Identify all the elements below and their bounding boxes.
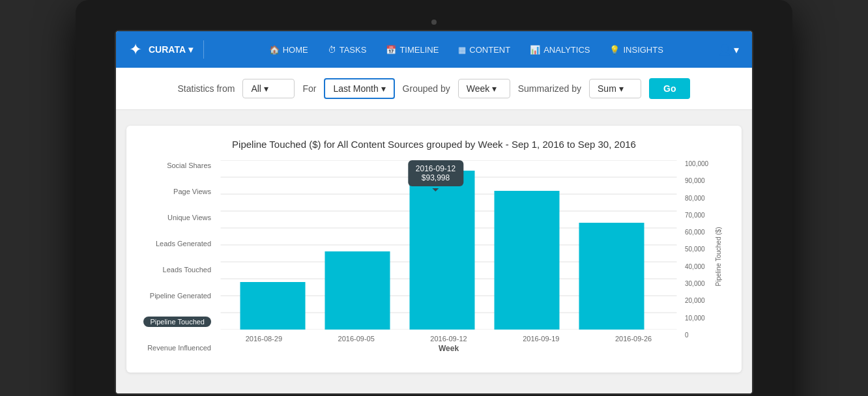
content-icon: ▦ (458, 45, 466, 55)
y-label-page-views[interactable]: Page Views (173, 186, 211, 197)
grouped-label: Grouped by (403, 83, 450, 94)
right-axis-80k: 80,000 (685, 195, 716, 202)
analytics-icon: 📊 (530, 45, 540, 55)
right-axis-title: Pipeline Touched ($) (715, 227, 722, 287)
nav-analytics[interactable]: 📊 ANALYTICS (530, 45, 590, 55)
filter-bar: Statistics from All ▾ For Last Month ▾ G… (116, 68, 752, 110)
right-axis-90k: 90,000 (685, 177, 716, 184)
nav-insights[interactable]: 💡 INSIGHTS (609, 45, 663, 55)
bar-2[interactable] (325, 251, 390, 330)
chart-svg (218, 160, 680, 330)
y-label-leads-generated[interactable]: Leads Generated (156, 238, 211, 249)
right-axis-50k: 50,000 (685, 246, 716, 253)
brand-logo[interactable]: ✦ CURATA ▾ (129, 40, 204, 59)
user-icon: 👤 ▾ (718, 44, 739, 55)
right-axis-0: 0 (685, 332, 716, 339)
y-label-leads-touched[interactable]: Leads Touched (163, 264, 211, 275)
chart-container: Pipeline Touched ($) for All Content Sou… (126, 126, 742, 373)
bar-1[interactable] (240, 282, 306, 330)
right-axis-40k: 40,000 (685, 263, 716, 270)
summarized-select[interactable]: Sum ▾ (589, 79, 641, 98)
stats-from-select[interactable]: All ▾ (242, 79, 295, 98)
x-axis-title: Week (439, 344, 459, 353)
x-label-2: 2016-09-05 (338, 335, 375, 343)
y-label-social-shares[interactable]: Social Shares (167, 160, 211, 171)
camera-dot (431, 20, 437, 25)
navbar: ✦ CURATA ▾ 🏠 HOME ⏱ TASKS 📅 TIMELINE (116, 31, 752, 68)
nav-home[interactable]: 🏠 HOME (269, 45, 308, 55)
for-label: For (302, 83, 316, 94)
timeline-icon: 📅 (386, 45, 396, 55)
for-select[interactable]: Last Month ▾ (324, 78, 394, 99)
tasks-icon: ⏱ (328, 45, 336, 55)
insights-icon: 💡 (609, 45, 620, 55)
home-icon: 🏠 (269, 45, 280, 55)
x-label-1: 2016-08-29 (246, 335, 282, 343)
x-label-3: 2016-09-12 (430, 335, 467, 343)
nav-tasks[interactable]: ⏱ TASKS (328, 45, 367, 55)
bar-3[interactable] (410, 171, 475, 330)
chart-title: Pipeline Touched ($) for All Content Sou… (139, 139, 729, 150)
right-axis-60k: 60,000 (685, 229, 716, 236)
stats-from-label: Statistics from (178, 83, 235, 94)
y-label-pipeline-touched[interactable]: Pipeline Touched (143, 317, 211, 327)
right-axis-10k: 10,000 (685, 315, 716, 322)
summarized-label: Summarized by (518, 83, 581, 94)
go-button[interactable]: Go (649, 78, 690, 99)
star-icon: ✦ (129, 40, 142, 59)
nav-items: 🏠 HOME ⏱ TASKS 📅 TIMELINE ▦ CONTENT 📊 (214, 45, 718, 55)
y-label-revenue-influenced[interactable]: Revenue Influenced (147, 343, 211, 353)
y-label-unique-views[interactable]: Unique Views (167, 212, 211, 223)
x-label-4: 2016-09-19 (523, 335, 559, 343)
right-axis-20k: 20,000 (685, 297, 716, 304)
grouped-select[interactable]: Week ▾ (458, 79, 510, 98)
nav-user[interactable]: 👤 ▾ (718, 44, 739, 56)
right-axis-100k: 100,000 (685, 160, 716, 167)
y-label-pipeline-generated[interactable]: Pipeline Generated (150, 290, 211, 301)
y-labels: Social Shares Page Views Unique Views Le… (139, 160, 218, 353)
right-axis-70k: 70,000 (685, 212, 716, 219)
nav-timeline[interactable]: 📅 TIMELINE (386, 45, 439, 55)
x-label-5: 2016-09-26 (615, 335, 652, 343)
right-axis-30k: 30,000 (685, 280, 716, 287)
nav-content[interactable]: ▦ CONTENT (458, 45, 510, 55)
bar-5[interactable] (579, 223, 644, 330)
bar-4[interactable] (495, 191, 560, 330)
brand-name[interactable]: CURATA ▾ (149, 44, 193, 55)
